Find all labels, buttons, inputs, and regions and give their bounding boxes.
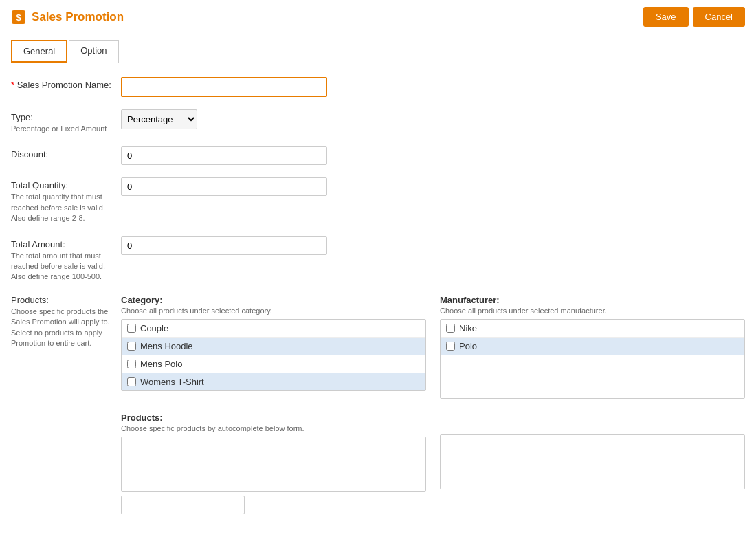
name-label: * Sales Promotion Name: xyxy=(11,77,121,90)
total-amount-field-wrapper xyxy=(121,236,327,255)
name-field-wrapper xyxy=(121,77,327,97)
name-row: * Sales Promotion Name: xyxy=(11,77,745,97)
total-quantity-label-wrapper: Total Quantity: The total quantity that … xyxy=(11,177,121,223)
category-label-womens-tshirt: Womens T-Shirt xyxy=(140,377,204,387)
total-amount-label: Total Amount: xyxy=(11,239,121,250)
category-label-couple: Couple xyxy=(140,323,168,333)
category-col: Category: Choose all products under sele… xyxy=(121,295,426,399)
tab-option[interactable]: Option xyxy=(69,40,118,63)
manufacturer-item-nike: Nike xyxy=(441,320,744,338)
category-label-mens-hoodie: Mens Hoodie xyxy=(140,341,193,351)
products-ac-col: Products: Choose specific products by au… xyxy=(121,412,426,514)
cat-mfr-row: Category: Choose all products under sele… xyxy=(121,295,745,399)
manufacturer-label-polo: Polo xyxy=(459,341,477,351)
manufacturer-col: Manufacturer: Choose all products under … xyxy=(440,295,745,399)
sales-promotion-icon: $ xyxy=(11,10,26,25)
manufacturer-item-polo: Polo xyxy=(441,338,744,355)
products-right: Category: Choose all products under sele… xyxy=(121,295,745,514)
page-title: Sales Promotion xyxy=(32,10,124,24)
products-ac-col-right xyxy=(440,412,745,514)
type-select[interactable]: Percentage Fixed Amount xyxy=(121,109,197,129)
discount-input[interactable] xyxy=(121,146,327,165)
category-sub: Choose all products under selected categ… xyxy=(121,307,426,315)
type-sublabel: Percentage or Fixed Amount xyxy=(11,124,121,134)
category-checkbox-mens-hoodie[interactable] xyxy=(127,342,136,351)
total-amount-input[interactable] xyxy=(121,236,327,255)
products-ac-box-right xyxy=(440,434,745,489)
cancel-button[interactable]: Cancel xyxy=(693,7,745,27)
discount-row: Discount: xyxy=(11,146,745,165)
type-select-wrapper: Percentage Fixed Amount xyxy=(121,109,327,129)
total-amount-label-wrapper: Total Amount: The total amount that must… xyxy=(11,236,121,283)
svg-text:$: $ xyxy=(16,12,21,23)
save-button[interactable]: Save xyxy=(643,7,689,27)
manufacturer-checkbox-polo[interactable] xyxy=(446,342,455,351)
type-label-wrapper: Type: Percentage or Fixed Amount xyxy=(11,109,121,134)
type-row: Type: Percentage or Fixed Amount Percent… xyxy=(11,109,745,134)
header: $ Sales Promotion Save Cancel xyxy=(0,0,756,34)
total-amount-sublabel: The total amount that must reached befor… xyxy=(11,251,121,283)
products-ac-title: Products: xyxy=(121,412,426,423)
manufacturer-sub: Choose all products under selected manuf… xyxy=(440,307,745,315)
products-section: Products: Choose specific products the S… xyxy=(11,295,745,514)
category-checkbox-womens-tshirt[interactable] xyxy=(127,377,136,386)
form-body: * Sales Promotion Name: Type: Percentage… xyxy=(0,63,756,528)
products-ac-box xyxy=(121,437,426,492)
category-title: Category: xyxy=(121,295,426,305)
products-sublabel: Choose specific products the Sales Promo… xyxy=(11,307,121,349)
category-item-couple: Couple xyxy=(122,320,425,338)
category-checkbox-mens-polo[interactable] xyxy=(127,360,136,368)
manufacturer-label-nike: Nike xyxy=(459,323,477,333)
products-label: Products: xyxy=(11,295,121,305)
category-list: Couple Mens Hoodie Mens Polo Womens xyxy=(121,319,426,391)
category-label-mens-polo: Mens Polo xyxy=(140,359,182,369)
category-item-mens-hoodie: Mens Hoodie xyxy=(122,338,425,355)
products-ac-input-wrapper xyxy=(121,496,426,514)
required-star: * xyxy=(11,80,17,90)
tabs-bar: General Option xyxy=(0,34,756,63)
name-input[interactable] xyxy=(121,77,327,97)
total-quantity-input[interactable] xyxy=(121,177,327,196)
total-amount-row: Total Amount: The total amount that must… xyxy=(11,236,745,283)
total-quantity-sublabel: The total quantity that must reached bef… xyxy=(11,192,121,223)
products-label-wrapper: Products: Choose specific products the S… xyxy=(11,295,121,514)
products-ac-input[interactable] xyxy=(121,496,245,514)
category-item-mens-polo: Mens Polo xyxy=(122,355,425,373)
header-left: $ Sales Promotion xyxy=(11,10,124,25)
header-buttons: Save Cancel xyxy=(643,7,745,27)
manufacturer-checkbox-nike[interactable] xyxy=(446,324,455,333)
manufacturer-list: Nike Polo xyxy=(440,319,745,399)
total-quantity-row: Total Quantity: The total quantity that … xyxy=(11,177,745,223)
products-ac-sub: Choose specific products by autocomplete… xyxy=(121,424,426,432)
tab-general[interactable]: General xyxy=(11,40,67,63)
products-autocomplete-row: Products: Choose specific products by au… xyxy=(121,412,745,514)
manufacturer-title: Manufacturer: xyxy=(440,295,745,305)
discount-field-wrapper xyxy=(121,146,327,165)
discount-label: Discount: xyxy=(11,146,121,159)
category-item-womens-tshirt: Womens T-Shirt xyxy=(122,373,425,390)
total-quantity-label: Total Quantity: xyxy=(11,180,121,190)
type-label: Type: xyxy=(11,112,121,122)
total-quantity-field-wrapper xyxy=(121,177,327,196)
category-checkbox-couple[interactable] xyxy=(127,324,136,333)
